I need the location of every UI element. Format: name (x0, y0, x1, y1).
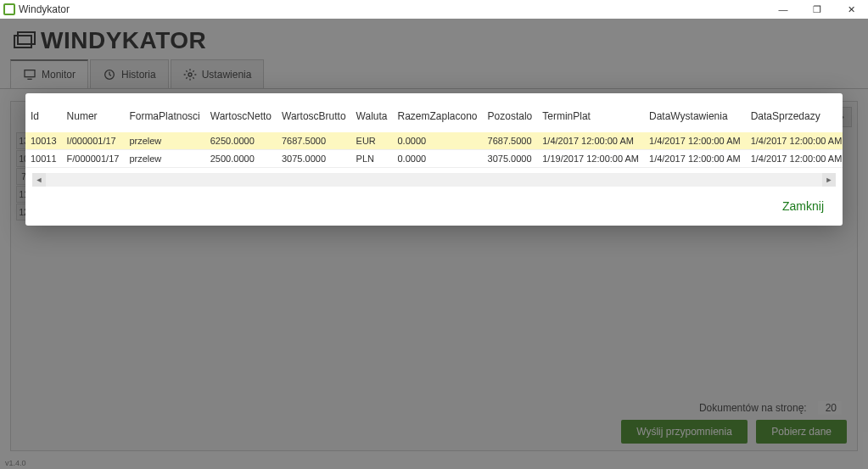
cell-wartoscbrutto: 7687.5000 (277, 132, 351, 150)
col-waluta[interactable]: Waluta (351, 98, 393, 132)
col-numer[interactable]: Numer (62, 98, 125, 132)
cell-id: 10013 (25, 132, 62, 150)
cell-datasprzedazy: 1/4/2017 12:00:00 AM (746, 150, 843, 168)
cell-razemzaplacono: 0.0000 (392, 132, 482, 150)
table-row[interactable]: 10013 I/000001/17 przelew 6250.0000 7687… (25, 132, 843, 150)
cell-id: 10011 (25, 150, 62, 168)
cell-razemzaplacono: 0.0000 (392, 150, 482, 168)
col-wartoscnetto[interactable]: WartoscNetto (205, 98, 277, 132)
detail-grid[interactable]: Id Numer FormaPlatnosci WartoscNetto War… (25, 98, 843, 168)
window-title: Windykator (19, 3, 70, 15)
col-terminplat[interactable]: TerminPlat (537, 98, 644, 132)
cell-terminplat: 1/4/2017 12:00:00 AM (537, 132, 644, 150)
col-id[interactable]: Id (25, 98, 62, 132)
cell-formaplatnosci: przelew (124, 132, 204, 150)
table-row[interactable]: 10011 F/000001/17 przelew 2500.0000 3075… (25, 150, 843, 168)
col-razemzaplacono[interactable]: RazemZaplacono (392, 98, 482, 132)
horizontal-scrollbar[interactable]: ◄ ► (32, 173, 836, 187)
cell-pozostalo: 3075.0000 (483, 150, 538, 168)
cell-wartoscbrutto: 3075.0000 (277, 150, 351, 168)
cell-waluta: EUR (351, 132, 393, 150)
window-minimize-button[interactable]: — (766, 0, 800, 19)
app-logo-icon (3, 3, 15, 15)
col-formaplatnosci[interactable]: FormaPlatnosci (124, 98, 204, 132)
cell-terminplat: 1/19/2017 12:00:00 AM (537, 150, 644, 168)
cell-wartoscnetto: 6250.0000 (205, 132, 277, 150)
modal-close-button[interactable]: Zamknij (782, 199, 824, 213)
cell-waluta: PLN (351, 150, 393, 168)
col-wartoscbrutto[interactable]: WartoscBrutto (277, 98, 351, 132)
grid-header-row: Id Numer FormaPlatnosci WartoscNetto War… (25, 98, 843, 132)
cell-datawystawienia: 1/4/2017 12:00:00 AM (644, 150, 746, 168)
cell-numer: I/000001/17 (62, 132, 125, 150)
cell-numer: F/000001/17 (62, 150, 125, 168)
window-maximize-button[interactable]: ❐ (800, 0, 834, 19)
cell-datasprzedazy: 1/4/2017 12:00:00 AM (746, 132, 843, 150)
cell-formaplatnosci: przelew (124, 150, 204, 168)
scroll-right-button[interactable]: ► (822, 173, 836, 187)
col-pozostalo[interactable]: Pozostalo (483, 98, 538, 132)
cell-pozostalo: 7687.5000 (483, 132, 538, 150)
col-datasprzedazy[interactable]: DataSprzedazy (746, 98, 843, 132)
scroll-track[interactable] (46, 176, 822, 184)
window-close-button[interactable]: ✕ (834, 0, 868, 19)
modal-overlay (0, 19, 868, 469)
cell-wartoscnetto: 2500.0000 (205, 150, 277, 168)
cell-datawystawienia: 1/4/2017 12:00:00 AM (644, 132, 746, 150)
col-datawystawienia[interactable]: DataWystawienia (644, 98, 746, 132)
detail-modal: Id Numer FormaPlatnosci WartoscNetto War… (25, 93, 843, 226)
window-titlebar: Windykator — ❐ ✕ (0, 0, 868, 19)
scroll-left-button[interactable]: ◄ (32, 173, 46, 187)
